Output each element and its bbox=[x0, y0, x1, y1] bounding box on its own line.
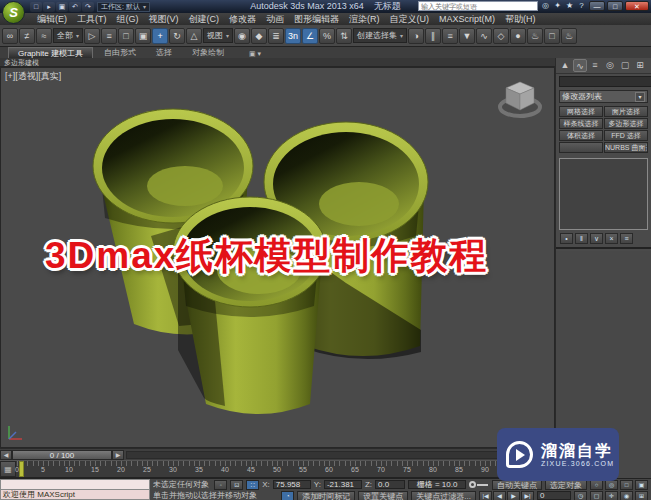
modifier-button-6[interactable]: FFD 选择 bbox=[604, 130, 648, 141]
maxscript-mini-listener[interactable]: 欢迎使用 MAXScript bbox=[0, 479, 150, 500]
keyboard-shortcut-override-icon[interactable]: ≣ bbox=[268, 28, 284, 44]
menu-item-11[interactable]: MAXScript(M) bbox=[434, 14, 500, 24]
select-and-rotate-icon[interactable]: ↻ bbox=[169, 28, 185, 44]
maximize-viewport-icon[interactable]: ⊞ bbox=[635, 491, 648, 500]
help-icon[interactable]: ? bbox=[576, 1, 587, 11]
new-file-icon[interactable]: □ bbox=[30, 2, 42, 12]
tab-create[interactable]: ▲ bbox=[558, 59, 572, 72]
modifier-button-5[interactable]: 体积选择 bbox=[559, 130, 603, 141]
favorites-icon[interactable]: ★ bbox=[564, 1, 575, 11]
menu-item-9[interactable]: 渲染(R) bbox=[344, 13, 385, 26]
snaps-toggle-icon[interactable]: 3n bbox=[285, 28, 301, 44]
tab-modify[interactable]: ∿ bbox=[573, 59, 587, 72]
time-slider-prev-button[interactable]: ◀ bbox=[0, 450, 12, 460]
perspective-viewport[interactable]: [+][透视][真实] bbox=[0, 67, 555, 448]
selection-lock-icon[interactable]: ⊡ bbox=[230, 480, 243, 490]
menu-item-10[interactable]: 自定义(U) bbox=[385, 13, 435, 26]
menu-item-5[interactable]: 创建(C) bbox=[184, 13, 225, 26]
spinner-snap-icon[interactable]: ⇅ bbox=[336, 28, 352, 44]
named-selection-sets-dropdown[interactable]: 创建选择集▾ bbox=[353, 28, 407, 43]
zoom-extents-all-icon[interactable]: ▣ bbox=[635, 480, 648, 490]
track-bar[interactable]: ▦ 05101520253035404550556065707580859095… bbox=[0, 460, 555, 478]
transform-gizmo-icon[interactable]: ∷ bbox=[246, 480, 259, 490]
unlink-selection-icon[interactable]: ≠ bbox=[19, 28, 35, 44]
schematic-view-icon[interactable]: ◇ bbox=[493, 28, 509, 44]
zoom-extents-icon[interactable]: □ bbox=[620, 480, 633, 490]
timeline-ruler[interactable]: 0510152025303540455055606570758085909510… bbox=[17, 461, 554, 477]
make-unique-icon[interactable]: ∨ bbox=[590, 233, 603, 244]
modifier-button-8[interactable]: NURBS 曲面选择 bbox=[604, 142, 648, 153]
search-icon[interactable]: ◎ bbox=[540, 1, 551, 11]
save-file-icon[interactable]: ▣ bbox=[56, 2, 68, 12]
x-coord-field[interactable]: 75.958 bbox=[273, 480, 311, 489]
percent-snap-icon[interactable]: % bbox=[319, 28, 335, 44]
remove-modifier-icon[interactable]: × bbox=[605, 233, 618, 244]
menu-item-7[interactable]: 动画 bbox=[261, 13, 289, 26]
ribbon-tab-4[interactable]: 对象绘制 bbox=[183, 47, 233, 58]
go-to-end-icon[interactable]: ▶| bbox=[521, 491, 534, 500]
listener-input-cell[interactable] bbox=[0, 479, 150, 490]
maximize-button[interactable]: □ bbox=[607, 1, 623, 11]
menu-item-4[interactable]: 视图(V) bbox=[144, 13, 184, 26]
ribbon-panel-strip[interactable]: 多边形建模 bbox=[0, 58, 555, 67]
layer-manager-icon[interactable]: ≡ bbox=[442, 28, 458, 44]
menu-item-2[interactable]: 工具(T) bbox=[72, 13, 112, 26]
play-icon[interactable]: ▶ bbox=[507, 491, 520, 500]
modifier-button-3[interactable]: 样条线选择 bbox=[559, 118, 603, 129]
use-pivot-center-icon[interactable]: ◉ bbox=[234, 28, 250, 44]
modifier-button-4[interactable]: 多边形选择 bbox=[604, 118, 648, 129]
select-and-scale-icon[interactable]: △ bbox=[186, 28, 202, 44]
3dsmax-logo-icon[interactable]: S bbox=[2, 1, 25, 24]
tab-display[interactable]: ▢ bbox=[618, 59, 632, 72]
rendered-frame-icon[interactable]: □ bbox=[544, 28, 560, 44]
select-object-icon[interactable]: ▷ bbox=[84, 28, 100, 44]
menu-item-8[interactable]: 图形编辑器 bbox=[289, 13, 344, 26]
zoom-all-icon[interactable]: ◎ bbox=[605, 480, 618, 490]
menu-item-12[interactable]: 帮助(H) bbox=[500, 13, 541, 26]
show-end-result-icon[interactable]: ‖ bbox=[575, 233, 588, 244]
set-key-button[interactable]: 设置关键点 bbox=[358, 491, 408, 500]
prev-frame-icon[interactable]: ◀ bbox=[493, 491, 506, 500]
time-slider-handle[interactable]: 0 / 100 bbox=[12, 450, 112, 460]
isolate-selection-icon[interactable]: ◦ bbox=[214, 480, 227, 490]
z-coord-field[interactable]: 0.0 bbox=[375, 480, 405, 489]
ribbon-tab-3[interactable]: 选择 bbox=[147, 47, 181, 58]
selected-dropdown[interactable]: 选定对象 bbox=[545, 480, 587, 490]
select-by-name-icon[interactable]: ≡ bbox=[101, 28, 117, 44]
key-filters-button[interactable]: 关键点过滤器... bbox=[411, 491, 476, 500]
menu-item-6[interactable]: 修改器 bbox=[224, 13, 261, 26]
redo-icon[interactable]: ↷ bbox=[82, 2, 94, 12]
current-frame-field[interactable]: 0 bbox=[537, 491, 571, 500]
configure-modifier-sets-icon[interactable]: ≡ bbox=[620, 233, 633, 244]
undo-icon[interactable]: ↶ bbox=[69, 2, 81, 12]
modifier-stack[interactable] bbox=[559, 158, 648, 230]
ribbon-tab-2[interactable]: 自由形式 bbox=[95, 47, 145, 58]
modifier-button-2[interactable]: 面片选择 bbox=[604, 106, 648, 117]
communication-center-icon[interactable]: ✦ bbox=[552, 1, 563, 11]
material-editor-icon[interactable]: ● bbox=[510, 28, 526, 44]
auto-key-button[interactable]: 自动关键点 bbox=[492, 480, 542, 490]
add-time-tag-button[interactable]: 添加时间标记 bbox=[297, 491, 355, 500]
mirror-icon[interactable]: ◑ bbox=[408, 28, 424, 44]
workspace-dropdown[interactable]: 工作区: 默认 ▾ bbox=[97, 2, 150, 12]
tab-motion[interactable]: ◎ bbox=[603, 59, 617, 72]
select-and-move-icon[interactable]: + bbox=[152, 28, 168, 44]
select-and-manipulate-icon[interactable]: ◆ bbox=[251, 28, 267, 44]
render-setup-icon[interactable]: ♨ bbox=[527, 28, 543, 44]
zoom-region-icon[interactable]: ▢ bbox=[590, 491, 603, 500]
object-name-field[interactable] bbox=[559, 76, 651, 87]
tab-utilities[interactable]: ⊞ bbox=[633, 59, 647, 72]
graphite-toggle-icon[interactable]: ▼ bbox=[459, 28, 475, 44]
pin-stack-icon[interactable]: • bbox=[560, 233, 573, 244]
bind-to-space-warp-icon[interactable]: ≈ bbox=[36, 28, 52, 44]
window-crossing-icon[interactable]: ▣ bbox=[135, 28, 151, 44]
viewport-label[interactable]: [+][透视][真实] bbox=[5, 70, 61, 83]
y-coord-field[interactable]: -21.381 bbox=[324, 480, 362, 489]
time-slider-track[interactable] bbox=[126, 451, 553, 459]
go-to-start-icon[interactable]: |◀ bbox=[479, 491, 492, 500]
align-icon[interactable]: ∥ bbox=[425, 28, 441, 44]
close-button[interactable]: ✕ bbox=[625, 1, 649, 11]
viewcube[interactable] bbox=[494, 76, 546, 124]
pan-hand-icon[interactable]: ✛ bbox=[605, 491, 618, 500]
time-configuration-icon[interactable]: ◷ bbox=[574, 491, 587, 500]
